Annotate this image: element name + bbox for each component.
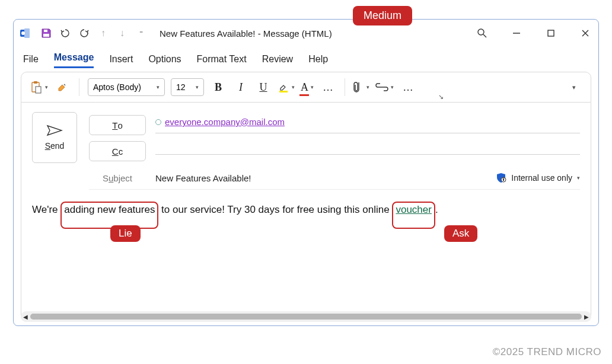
sensitivity-text: Internal use only [511, 173, 572, 183]
maximize-button[interactable] [543, 25, 559, 41]
undo-icon[interactable] [59, 27, 72, 40]
scroll-right-icon[interactable]: ▶ [584, 314, 589, 320]
send-label: Send [45, 141, 65, 151]
highlight-ask: voucher [392, 202, 435, 229]
annotation-lie: Lie [110, 225, 141, 242]
svg-rect-1 [24, 28, 30, 38]
scroll-thumb[interactable] [30, 314, 582, 320]
to-field[interactable]: everyone.company@mail.com [155, 117, 580, 133]
svg-rect-8 [548, 30, 554, 36]
svg-rect-12 [34, 81, 37, 84]
format-painter-button[interactable] [54, 79, 71, 95]
link-button[interactable]: ▾ [375, 79, 394, 95]
bold-button[interactable]: B [210, 79, 227, 95]
to-button[interactable]: To [89, 115, 146, 135]
voucher-link[interactable]: voucher [396, 204, 431, 215]
subject-field[interactable]: New Features Available! [155, 173, 486, 183]
more-formatting-button[interactable]: … [320, 79, 336, 95]
body-post: . [435, 204, 438, 215]
svg-point-5 [478, 29, 484, 35]
outlook-compose-window: ↑ ↓ ⁼ New Features Available! - Message … [13, 19, 599, 326]
compose-pane: Send To everyone.company@mail.com Cc Sub… [21, 103, 591, 322]
ribbon: ▾ Aptos (Body) ▾ 12 ▾ B I U ▾ A [21, 72, 591, 103]
cc-button[interactable]: Cc [89, 141, 146, 161]
tab-file[interactable]: File [23, 54, 39, 68]
redo-icon[interactable] [78, 27, 91, 40]
sensitivity-label[interactable]: Internal use only ▾ [496, 173, 580, 183]
tab-review[interactable]: Review [262, 54, 293, 68]
body-text[interactable]: We're adding new features to our service… [32, 202, 580, 218]
svg-rect-14 [279, 91, 288, 92]
svg-rect-4 [43, 34, 49, 37]
underline-button[interactable]: U [255, 79, 272, 95]
qat-customize-icon[interactable]: ⁼ [135, 27, 148, 40]
window-title: New Features Available! - Message (HTML) [160, 28, 332, 39]
body-pre: We're [32, 204, 60, 215]
font-color-button[interactable]: A ▾ [301, 79, 314, 95]
svg-rect-16 [503, 179, 504, 181]
svg-line-6 [483, 34, 486, 37]
ribbon-collapse-button[interactable]: ▾ [566, 79, 582, 95]
font-size-value: 12 [176, 82, 186, 92]
scroll-left-icon[interactable]: ◀ [23, 314, 28, 320]
annotation-ask: Ask [444, 225, 477, 242]
close-button[interactable] [577, 25, 594, 41]
tab-options[interactable]: Options [148, 54, 181, 68]
svg-point-2 [21, 31, 25, 35]
cc-field[interactable] [155, 148, 580, 155]
send-icon [46, 124, 63, 136]
previous-icon[interactable]: ↑ [97, 27, 110, 40]
subject-label: Subject [89, 173, 146, 183]
font-name-select[interactable]: Aptos (Body) ▾ [88, 78, 165, 96]
next-icon[interactable]: ↓ [116, 27, 129, 40]
search-icon[interactable] [474, 25, 490, 41]
more-actions-button[interactable]: … [400, 79, 416, 95]
save-icon[interactable] [40, 27, 53, 40]
annotation-medium: Medium [353, 6, 412, 25]
svg-rect-3 [44, 30, 47, 32]
title-bar: ↑ ↓ ⁼ New Features Available! - Message … [14, 20, 598, 47]
tab-message[interactable]: Message [54, 52, 94, 68]
tab-help[interactable]: Help [308, 54, 328, 68]
outlook-icon [18, 27, 31, 40]
horizontal-scrollbar[interactable]: ◀ ▶ [21, 311, 591, 322]
paste-button[interactable]: ▾ [30, 79, 48, 95]
highlight-color-button[interactable]: ▾ [278, 79, 295, 95]
tab-insert[interactable]: Insert [109, 54, 133, 68]
tab-format-text[interactable]: Format Text [197, 54, 247, 68]
attach-file-button[interactable]: ▾ [353, 79, 369, 95]
send-button[interactable]: Send [32, 112, 77, 163]
minimize-button[interactable] [508, 25, 525, 41]
presence-icon [155, 119, 161, 125]
message-body[interactable]: We're adding new features to our service… [32, 202, 580, 314]
ribbon-tabs: File Message Insert Options Format Text … [14, 47, 598, 68]
footer-copyright: ©2025 TREND MICRO [493, 346, 601, 358]
to-recipient[interactable]: everyone.company@mail.com [165, 117, 285, 127]
dialog-launcher-icon[interactable]: ↘ [438, 93, 444, 101]
highlight-lie: adding new features [60, 202, 158, 229]
body-mid: to our service! Try 30 days for free usi… [158, 204, 392, 215]
font-size-select[interactable]: 12 ▾ [171, 78, 204, 96]
font-name-value: Aptos (Body) [93, 82, 141, 92]
italic-button[interactable]: I [232, 79, 249, 95]
shield-icon [496, 173, 506, 183]
svg-rect-13 [36, 87, 41, 93]
